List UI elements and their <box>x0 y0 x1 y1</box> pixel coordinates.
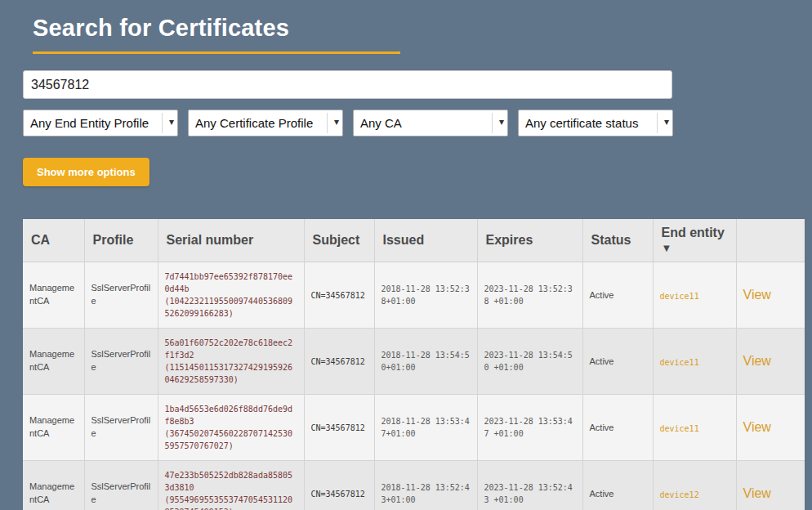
cell-issued: 2018-11-28 13:52:43+01:00 <box>374 461 477 510</box>
certificates-table: CA Profile Serial number Subject Issued … <box>23 219 805 510</box>
status-badge: Active <box>582 395 653 461</box>
title-underline <box>33 51 400 54</box>
table-body: ManagementCA SslServerProfile 7d7441bb97… <box>23 262 805 510</box>
cell-profile: SslServerProfile <box>84 329 158 395</box>
end-entity-link[interactable]: device11 <box>660 292 699 301</box>
view-link[interactable]: View <box>743 420 771 434</box>
table-row: ManagementCA SslServerProfile 1ba4d5653e… <box>23 395 805 461</box>
serial-hex: 7d7441bb97ee65392f878170ee0d44b <box>165 271 297 295</box>
column-header-profile[interactable]: Profile <box>84 219 158 262</box>
view-link[interactable]: View <box>743 486 771 500</box>
column-header-status[interactable]: Status <box>582 219 653 262</box>
end-entity-link[interactable]: device11 <box>660 358 699 367</box>
table-row: ManagementCA SslServerProfile 7d7441bb97… <box>23 262 805 329</box>
serial-decimal: (95549695535537470545311208539745499152) <box>165 494 297 510</box>
cell-subject: CN=34567812 <box>304 461 374 510</box>
end-entity-link[interactable]: device11 <box>660 424 699 433</box>
serial-hex: 1ba4d5653e6d026f88dd76de9df8e8b3 <box>165 403 297 427</box>
status-badge: Active <box>582 262 653 329</box>
cell-serial-number: 1ba4d5653e6d026f88dd76de9df8e8b3 (367450… <box>158 395 304 461</box>
serial-decimal: (36745020745602287071425305957570767027) <box>165 427 297 452</box>
cell-expires: 2023-11-28 13:53:47 +01:00 <box>477 395 582 461</box>
cell-subject: CN=34567812 <box>304 262 374 329</box>
view-link[interactable]: View <box>743 288 771 302</box>
column-header-end-entity[interactable]: End entity ▼ <box>653 219 736 262</box>
column-header-ca[interactable]: CA <box>23 219 84 262</box>
column-header-serial-number[interactable]: Serial number <box>158 219 304 262</box>
cell-subject: CN=34567812 <box>304 395 374 461</box>
cell-issued: 2018-11-28 13:54:50+01:00 <box>374 329 477 395</box>
filter-bar: Any End Entity Profile Any Certificate P… <box>23 110 812 136</box>
status-badge: Active <box>582 329 653 395</box>
cell-profile: SslServerProfile <box>84 395 158 461</box>
cell-serial-number: 47e233b505252db828ada858053d3810 (955496… <box>158 461 304 510</box>
column-header-subject[interactable]: Subject <box>304 219 374 262</box>
cell-ca: ManagementCA <box>23 461 84 510</box>
view-link[interactable]: View <box>743 354 771 368</box>
sort-descending-icon: ▼ <box>662 242 672 254</box>
cell-issued: 2018-11-28 13:52:38+01:00 <box>374 262 477 329</box>
show-more-options-button[interactable]: Show more options <box>23 158 149 186</box>
cell-subject: CN=34567812 <box>304 329 374 395</box>
certificate-search-input[interactable] <box>23 70 672 99</box>
end-entity-link[interactable]: device12 <box>660 490 699 499</box>
serial-hex: 47e233b505252db828ada858053d3810 <box>165 469 297 494</box>
end-entity-profile-dropdown[interactable]: Any End Entity Profile <box>23 110 178 136</box>
certificate-profile-select[interactable]: Any Certificate Profile <box>188 110 343 136</box>
ca-select[interactable]: Any CA <box>353 110 508 136</box>
cell-profile: SslServerProfile <box>84 262 158 329</box>
cell-ca: ManagementCA <box>23 329 84 395</box>
end-entity-profile-select[interactable]: Any End Entity Profile <box>23 110 178 136</box>
column-header-issued[interactable]: Issued <box>374 219 477 262</box>
serial-decimal: (10422321195500974405368095262099166283) <box>165 295 297 320</box>
cell-serial-number: 7d7441bb97ee65392f878170ee0d44b (1042232… <box>158 262 304 329</box>
table-row: ManagementCA SslServerProfile 56a01f6075… <box>23 329 805 395</box>
table-header: CA Profile Serial number Subject Issued … <box>23 219 805 262</box>
cell-ca: ManagementCA <box>23 395 84 461</box>
column-header-expires[interactable]: Expires <box>477 219 582 262</box>
cell-expires: 2023-11-28 13:54:50 +01:00 <box>477 329 582 395</box>
cell-issued: 2018-11-28 13:53:47+01:00 <box>374 395 477 461</box>
certificate-profile-dropdown[interactable]: Any Certificate Profile <box>188 110 343 136</box>
serial-decimal: (115145011531732742919592604629258597330… <box>165 361 297 386</box>
cell-serial-number: 56a01f60752c202e78c618eec2f1f3d2 (115145… <box>158 329 304 395</box>
certificate-status-select[interactable]: Any certificate status <box>518 110 673 136</box>
table-row: ManagementCA SslServerProfile 47e233b505… <box>23 461 805 510</box>
serial-hex: 56a01f60752c202e78c618eec2f1f3d2 <box>165 337 297 361</box>
cell-profile: SslServerProfile <box>84 461 158 510</box>
cell-expires: 2023-11-28 13:52:38 +01:00 <box>477 262 582 329</box>
ca-dropdown[interactable]: Any CA <box>353 110 508 136</box>
cell-expires: 2023-11-28 13:52:43 +01:00 <box>477 461 582 510</box>
cell-ca: ManagementCA <box>23 262 84 329</box>
search-certificates-page: Search for Certificates Any End Entity P… <box>0 0 812 510</box>
column-header-end-entity-label: End entity <box>662 226 725 239</box>
certificate-status-dropdown[interactable]: Any certificate status <box>518 110 673 136</box>
column-header-actions <box>736 219 805 262</box>
page-title: Search for Certificates <box>33 15 812 42</box>
status-badge: Active <box>582 461 653 510</box>
